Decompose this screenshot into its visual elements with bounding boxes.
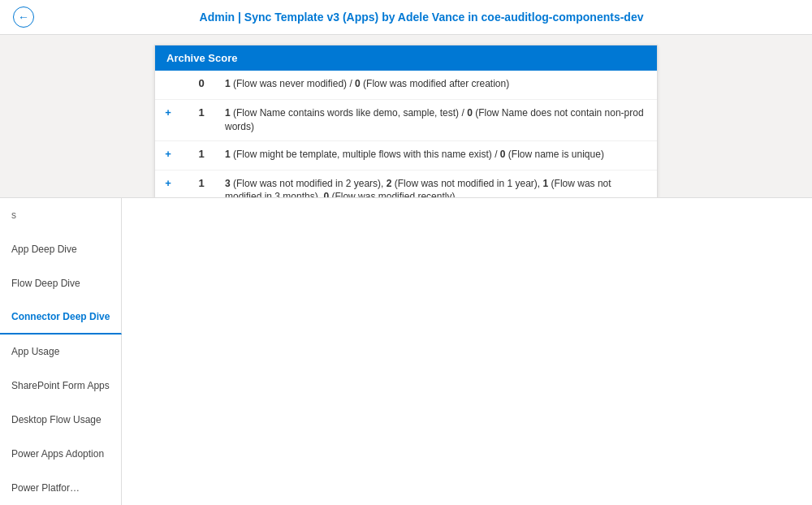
desc-cell: 3 (Flow was not modified in 2 years), 2 … (222, 170, 657, 197)
number-cell: 1 (181, 141, 222, 166)
archive-score-card: Archive Score 0 1 (Flow was never modifi… (154, 45, 658, 197)
back-button[interactable]: ← (13, 6, 34, 28)
desc-cell: 1 (Flow might be template, multiple flow… (222, 141, 657, 168)
tab-item-power-apps-adoption[interactable]: Power Apps Adoption (0, 437, 122, 471)
back-icon: ← (18, 11, 29, 24)
tab-item-s[interactable]: s (0, 198, 122, 232)
number-cell: 0 (181, 71, 222, 96)
tab-item-power-platfor[interactable]: Power Platfor… (0, 471, 122, 505)
score-row: + 1 1 (Flow might be template, multiple … (155, 141, 657, 170)
tab-item-app-deep-dive[interactable]: App Deep Dive (0, 232, 122, 266)
card-header: Archive Score (155, 45, 657, 71)
tab-item-app-usage[interactable]: App Usage (0, 335, 122, 369)
tab-item-flow-deep-dive[interactable]: Flow Deep Dive (0, 266, 122, 300)
number-cell: 1 (181, 170, 222, 196)
number-cell: 1 (181, 100, 222, 125)
desc-cell: 1 (Flow was never modified) / 0 (Flow wa… (222, 71, 657, 97)
score-row: + 1 3 (Flow was not modified in 2 years)… (155, 170, 657, 197)
score-row: + 1 1 (Flow Name contains words like dem… (155, 100, 657, 141)
tab-item-sharepoint-form-apps[interactable]: SharePoint Form Apps (0, 369, 122, 403)
app-header: ← Admin | Sync Template v3 (Apps) by Ade… (0, 0, 812, 35)
operator-cell (155, 71, 181, 84)
page-title: Admin | Sync Template v3 (Apps) by Adele… (44, 11, 799, 24)
tabs-container: sApp Deep DiveFlow Deep DiveConnector De… (0, 198, 122, 505)
operator-cell: + (155, 141, 181, 166)
main-content: Archive Score 0 1 (Flow was never modifi… (0, 35, 812, 197)
bottom-tab-bar: sApp Deep DiveFlow Deep DiveConnector De… (0, 197, 812, 505)
operator-cell: + (155, 100, 181, 125)
tab-item-desktop-flow-usage[interactable]: Desktop Flow Usage (0, 403, 122, 437)
operator-cell: + (155, 170, 181, 196)
tab-item-connector-deep-dive[interactable]: Connector Deep Dive (0, 300, 122, 335)
score-rows-container: 0 1 (Flow was never modified) / 0 (Flow … (155, 71, 657, 197)
desc-cell: 1 (Flow Name contains words like demo, s… (222, 100, 657, 140)
score-row: 0 1 (Flow was never modified) / 0 (Flow … (155, 71, 657, 100)
